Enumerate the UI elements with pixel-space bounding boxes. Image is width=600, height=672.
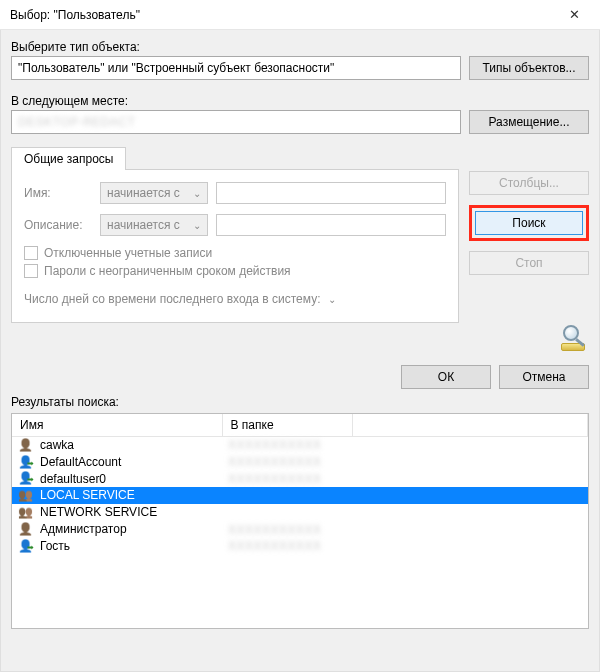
object-type-label: Выберите тип объекта: — [11, 40, 589, 54]
chevron-down-icon: ⌄ — [328, 294, 336, 305]
results-row-folder: XXXXXXXXXXX — [228, 472, 322, 486]
results-col-name[interactable]: Имя — [12, 414, 222, 437]
results-row-folder: XXXXXXXXXXX — [228, 523, 322, 537]
results-label: Результаты поиска: — [11, 395, 589, 409]
name-filter-label: Имя: — [24, 186, 92, 200]
results-row[interactable]: cawkaXXXXXXXXXXX — [12, 437, 588, 454]
results-row[interactable]: NETWORK SERVICE — [12, 504, 588, 521]
results-row[interactable]: defaultuser0XXXXXXXXXXX — [12, 471, 588, 488]
user-icon — [18, 523, 36, 537]
chevron-down-icon: ⌄ — [193, 220, 201, 231]
desc-filter-combo-value: начинается с — [107, 218, 180, 232]
titlebar: Выбор: "Пользователь" ✕ — [0, 0, 600, 30]
dialog-client-area: Выберите тип объекта: "Пользователь" или… — [0, 30, 600, 672]
cancel-button[interactable]: Отмена — [499, 365, 589, 389]
object-type-value: "Пользователь" или "Встроенный субъект б… — [18, 58, 334, 78]
desc-filter-combo[interactable]: начинается с ⌄ — [100, 214, 208, 236]
results-row-name: Администратор — [40, 522, 127, 536]
ok-button[interactable]: ОК — [401, 365, 491, 389]
desc-filter-input[interactable] — [216, 214, 446, 236]
userarrow-icon — [18, 540, 36, 554]
checkbox-box — [24, 264, 38, 278]
results-row-name: cawka — [40, 438, 74, 452]
find-icon — [557, 325, 589, 351]
userarrow-icon — [18, 456, 36, 470]
results-row-folder: XXXXXXXXXXX — [228, 438, 322, 452]
tab-common-queries[interactable]: Общие запросы — [11, 147, 126, 170]
pwd-never-expires-label: Пароли с неограниченным сроком действия — [44, 264, 291, 278]
desc-filter-label: Описание: — [24, 218, 92, 232]
object-types-button[interactable]: Типы объектов... — [469, 56, 589, 80]
users-icon — [18, 489, 36, 503]
results-row[interactable]: DefaultAccountXXXXXXXXXXX — [12, 454, 588, 471]
name-filter-combo-value: начинается с — [107, 186, 180, 200]
name-filter-combo[interactable]: начинается с ⌄ — [100, 182, 208, 204]
chevron-down-icon: ⌄ — [193, 188, 201, 199]
close-button[interactable]: ✕ — [554, 1, 594, 29]
results-row-name: Гость — [40, 539, 70, 553]
location-field[interactable]: DESKTOP-REDACT — [11, 110, 461, 134]
results-col-folder[interactable]: В папке — [222, 414, 352, 437]
disabled-accounts-checkbox[interactable]: Отключенные учетные записи — [24, 246, 446, 260]
userarrow-icon — [18, 472, 36, 486]
user-icon — [18, 439, 36, 453]
users-icon — [18, 506, 36, 520]
columns-button[interactable]: Столбцы... — [469, 171, 589, 195]
checkbox-box — [24, 246, 38, 260]
results-row[interactable]: ГостьXXXXXXXXXXX — [12, 538, 588, 555]
results-row-folder: XXXXXXXXXXX — [228, 455, 322, 469]
last-login-combo[interactable]: ⌄ — [328, 292, 388, 306]
window-title: Выбор: "Пользователь" — [10, 8, 140, 22]
locations-button[interactable]: Размещение... — [469, 110, 589, 134]
results-row-name: DefaultAccount — [40, 455, 121, 469]
results-row-name: defaultuser0 — [40, 472, 106, 486]
search-button-highlight: Поиск — [469, 205, 589, 241]
results-row[interactable]: LOCAL SERVICE — [12, 487, 588, 504]
search-button[interactable]: Поиск — [475, 211, 583, 235]
last-login-label: Число дней со времени последнего входа в… — [24, 292, 320, 306]
results-col-spacer — [352, 414, 588, 437]
name-filter-input[interactable] — [216, 182, 446, 204]
results-row-folder: XXXXXXXXXXX — [228, 539, 322, 553]
pwd-never-expires-checkbox[interactable]: Пароли с неограниченным сроком действия — [24, 264, 446, 278]
results-row-name: LOCAL SERVICE — [40, 488, 135, 502]
location-value: DESKTOP-REDACT — [18, 112, 135, 132]
location-label: В следующем месте: — [11, 94, 589, 108]
results-list[interactable]: Имя В папке cawkaXXXXXXXXXXXDefaultAccou… — [11, 413, 589, 629]
results-row[interactable]: АдминистраторXXXXXXXXXXX — [12, 521, 588, 538]
results-row-name: NETWORK SERVICE — [40, 505, 157, 519]
tab-body: Имя: начинается с ⌄ Описание: начинается… — [11, 169, 459, 323]
disabled-accounts-label: Отключенные учетные записи — [44, 246, 212, 260]
object-type-field[interactable]: "Пользователь" или "Встроенный субъект б… — [11, 56, 461, 80]
stop-button[interactable]: Стоп — [469, 251, 589, 275]
